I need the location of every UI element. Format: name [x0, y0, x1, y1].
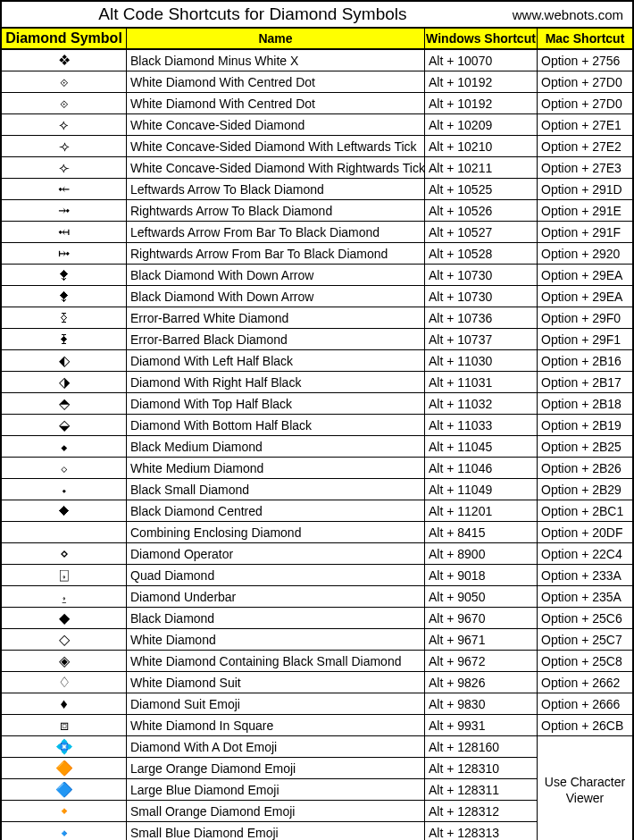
windows-cell: Alt + 128311: [425, 779, 538, 800]
name-cell: Small Orange Diamond Emoji: [127, 801, 425, 821]
name-cell: Diamond Underbar: [127, 586, 425, 607]
name-cell: White Diamond In Square: [127, 715, 425, 735]
symbol-cell: ⬦: [2, 458, 127, 478]
site-url[interactable]: www.webnots.com: [504, 7, 632, 22]
windows-cell: Alt + 9931: [425, 715, 538, 735]
name-cell: Black Small Diamond: [127, 479, 425, 500]
symbol-cell: ⟐: [2, 93, 127, 113]
windows-cell: Alt + 11032: [425, 393, 538, 414]
symbol-cell: ⧱: [2, 329, 127, 349]
name-cell: White Medium Diamond: [127, 458, 425, 478]
table-row: ⧪Black Diamond With Down ArrowAlt + 1073…: [2, 265, 632, 286]
table-row: ⬦White Medium DiamondAlt + 11046Option +…: [2, 458, 632, 479]
mac-cell: Option + 29EA: [538, 286, 632, 307]
name-cell: White Concave-Sided Diamond With Rightwa…: [127, 157, 425, 178]
mac-cell: Option + 2B25: [538, 436, 632, 457]
name-cell: Black Diamond With Down Arrow: [127, 286, 425, 307]
windows-cell: Alt + 11049: [425, 479, 538, 500]
table-row: ⟐White Diamond With Centred DotAlt + 101…: [2, 93, 632, 114]
symbol-cell: ⤠: [2, 243, 127, 264]
symbol-cell: ◆: [2, 608, 127, 628]
table-row: 💠Diamond With A Dot EmojiAlt + 128160: [2, 736, 538, 758]
name-cell: Black Diamond Centred: [127, 500, 425, 521]
table-row: ⤞Rightwards Arrow To Black DiamondAlt + …: [2, 200, 632, 222]
name-cell: Diamond With Right Half Black: [127, 372, 425, 392]
symbol-cell: ⟐: [2, 71, 127, 92]
name-cell: Combining Enclosing Diamond: [127, 522, 425, 542]
windows-cell: Alt + 9050: [425, 586, 538, 607]
symbol-cell: ⬙: [2, 415, 127, 435]
mac-cell: Option + 25C6: [538, 608, 632, 628]
windows-cell: Alt + 8900: [425, 543, 538, 564]
name-cell: Diamond Suit Emoji: [127, 693, 425, 714]
table-header: Diamond Symbol Name Windows Shortcut Mac…: [2, 29, 632, 50]
table-row: Combining Enclosing DiamondAlt + 8415Opt…: [2, 522, 632, 543]
mac-cell: Option + 2756: [538, 50, 632, 71]
windows-cell: Alt + 8415: [425, 522, 538, 542]
table-row: ⬙Diamond With Bottom Half BlackAlt + 110…: [2, 415, 632, 436]
windows-cell: Alt + 10192: [425, 71, 538, 92]
mac-cell: Option + 235A: [538, 586, 632, 607]
page-title: Alt Code Shortcuts for Diamond Symbols: [2, 4, 504, 24]
name-cell: White Diamond Suit: [127, 672, 425, 693]
mac-cell: Option + 2B26: [538, 458, 632, 478]
table-row: ⟣White Concave-Sided Diamond With Rightw…: [2, 157, 632, 179]
table-row: ⧰Error-Barred White DiamondAlt + 10736Op…: [2, 307, 632, 329]
windows-cell: Alt + 9018: [425, 565, 538, 585]
symbol-cell: 💠: [2, 736, 127, 757]
windows-cell: Alt + 10527: [425, 222, 538, 242]
name-cell: Quad Diamond: [127, 565, 425, 585]
symbol-cell: ❖: [2, 50, 127, 71]
table-container: Alt Code Shortcuts for Diamond Symbols w…: [0, 0, 634, 840]
merged-mac-note: Use Character Viewer: [538, 736, 632, 840]
table-row: 🔹Small Blue Diamond EmojiAlt + 128313: [2, 822, 538, 840]
windows-cell: Alt + 11030: [425, 350, 538, 371]
windows-cell: Alt + 10737: [425, 329, 538, 349]
mac-cell: Option + 2B18: [538, 393, 632, 414]
windows-cell: Alt + 9830: [425, 693, 538, 714]
symbol-cell: ♦: [2, 693, 127, 714]
name-cell: White Diamond With Centred Dot: [127, 93, 425, 113]
table-body: ❖Black Diamond Minus White XAlt + 10070O…: [2, 50, 632, 736]
symbol-cell: ⟢: [2, 136, 127, 156]
windows-cell: Alt + 128313: [425, 822, 538, 840]
name-cell: Diamond With Left Half Black: [127, 350, 425, 371]
name-cell: White Diamond Containing Black Small Dia…: [127, 651, 425, 671]
mac-cell: Option + 29EA: [538, 265, 632, 285]
name-cell: Black Medium Diamond: [127, 436, 425, 457]
windows-cell: Alt + 11201: [425, 500, 538, 521]
windows-cell: Alt + 10736: [425, 307, 538, 328]
mac-cell: Option + 2B19: [538, 415, 632, 435]
symbol-cell: ⤝: [2, 179, 127, 199]
name-cell: Error-Barred Black Diamond: [127, 329, 425, 349]
symbol-cell: ⧪: [2, 286, 127, 307]
table-row: ♢White Diamond SuitAlt + 9826Option + 26…: [2, 672, 632, 693]
name-cell: Large Orange Diamond Emoji: [127, 758, 425, 778]
name-cell: White Diamond With Centred Dot: [127, 71, 425, 92]
table-row: ◇White DiamondAlt + 9671Option + 25C7: [2, 629, 632, 651]
table-row: ⬥Black Medium DiamondAlt + 11045Option +…: [2, 436, 632, 458]
name-cell: White Concave-Sided Diamond: [127, 114, 425, 135]
windows-cell: Alt + 11045: [425, 436, 538, 457]
mac-cell: Option + 27D0: [538, 93, 632, 113]
table-row: ❖Black Diamond Minus White XAlt + 10070O…: [2, 50, 632, 71]
windows-cell: Alt + 10730: [425, 265, 538, 285]
symbol-cell: ⋄: [2, 543, 127, 564]
symbol-cell: ⧰: [2, 307, 127, 328]
table-row: ⧈White Diamond In SquareAlt + 9931Option…: [2, 715, 632, 736]
windows-cell: Alt + 10210: [425, 136, 538, 156]
table-row: ⤝Leftwards Arrow To Black DiamondAlt + 1…: [2, 179, 632, 200]
mac-cell: Option + 2662: [538, 672, 632, 693]
symbol-cell: 🔶: [2, 758, 127, 778]
mac-cell: Option + 20DF: [538, 522, 632, 542]
symbol-cell: ◈: [2, 651, 127, 671]
symbol-cell: ⬗: [2, 372, 127, 392]
name-cell: Small Blue Diamond Emoji: [127, 822, 425, 840]
symbol-cell: 🔸: [2, 801, 127, 821]
mac-cell: Option + 2B16: [538, 350, 632, 371]
symbol-cell: 🔹: [2, 822, 127, 840]
windows-cell: Alt + 11046: [425, 458, 538, 478]
symbol-cell: ♢: [2, 672, 127, 693]
table-row: ⬗Diamond With Right Half BlackAlt + 1103…: [2, 372, 632, 393]
table-row: ⌺Quad DiamondAlt + 9018Option + 233A: [2, 565, 632, 586]
